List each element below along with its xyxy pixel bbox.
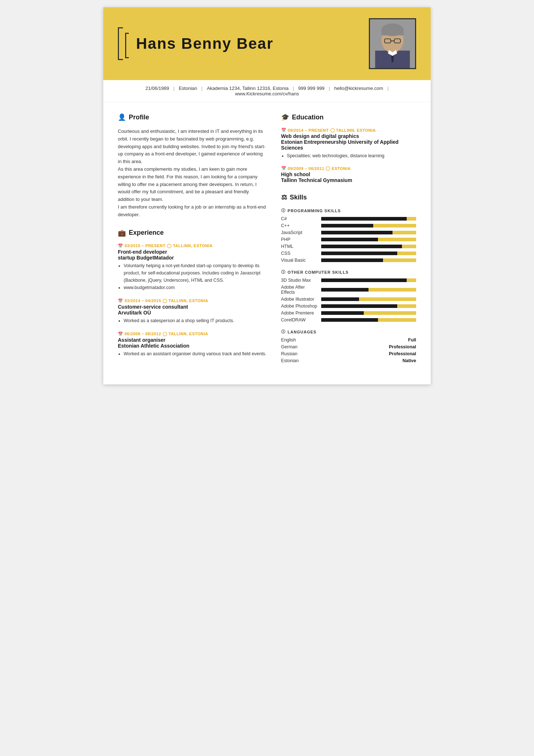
exp-meta-2: 📅 03/2014 – 04/2015 ◯ TALLINN, ESTONIA xyxy=(118,298,267,303)
contact-address: Akademia 1234, Tallinn 12316, Estonia xyxy=(207,86,289,91)
exp-meta-1: 📅 03/2015 – PRESENT ◯ TALLINN, ESTONIA xyxy=(118,244,267,248)
right-column: 🎓 Education 📅 09/2014 – PRESENT ◯ TALLIN… xyxy=(281,113,416,373)
languages-skills: ⓘ Languages English Full German Professi… xyxy=(281,329,416,363)
skill-bar-fill xyxy=(321,278,407,282)
exp-item-2: 📅 03/2014 – 04/2015 ◯ TALLINN, ESTONIA C… xyxy=(118,298,267,324)
exp-meta-3: 📅 06/2008 – 08/2012 ◯ TALLINN, ESTONIA xyxy=(118,332,267,336)
profile-text: Courteous and enthusiastic, I am interes… xyxy=(118,128,267,219)
lang-level: Professional xyxy=(389,344,416,349)
skill-name: Adobe After Effects xyxy=(281,285,318,295)
sep4: | xyxy=(329,86,330,91)
education-section: 🎓 Education 📅 09/2014 – PRESENT ◯ TALLIN… xyxy=(281,113,416,183)
header-section: Hans Benny Bear xyxy=(103,7,431,80)
skill-row: CorelDRAW xyxy=(281,317,416,322)
skill-bar-fill xyxy=(321,311,364,315)
edu-item-2: 📅 09/2009 – 06/2011 ◯ ESTONIA High schoo… xyxy=(281,166,416,183)
skill-name: HTML xyxy=(281,244,318,249)
skill-bar-bg xyxy=(321,258,416,262)
skill-bar-bg xyxy=(321,238,416,241)
left-column: 👤 Profile Courteous and enthusiastic, I … xyxy=(118,113,267,373)
edu-cal-icon-1: 📅 xyxy=(281,128,287,132)
edu-bullet-1-0: Specialities: web technologies, distance… xyxy=(287,152,416,159)
language-rows: English Full German Professional Russian… xyxy=(281,337,416,363)
skill-bar-fill xyxy=(321,304,397,308)
edu-meta-1: 📅 09/2014 – PRESENT ◯ TALLINN, ESTONIA xyxy=(281,128,416,132)
contact-email: hello@kickresume.com xyxy=(334,86,383,91)
programming-subtitle: ⓘ Programming Skills xyxy=(281,208,416,213)
cal-icon-3: 📅 xyxy=(118,332,123,336)
edu-school-1: Estonian Entrepreneurship University of … xyxy=(281,139,416,151)
profile-icon: 👤 xyxy=(118,113,126,121)
svg-point-10 xyxy=(386,40,389,43)
main-content: 👤 Profile Courteous and enthusiastic, I … xyxy=(103,102,431,384)
lang-row: Russian Professional xyxy=(281,351,416,356)
edu-date-2: 09/2009 – 06/2011 xyxy=(288,166,324,171)
skill-bar-bg xyxy=(321,304,416,308)
exp-company-2: Arvutitark OÜ xyxy=(118,310,267,316)
education-title: 🎓 Education xyxy=(281,113,416,123)
skill-name: 3D Studio Max xyxy=(281,278,318,283)
skills-icon: ⚖ xyxy=(281,193,287,201)
other-computer-skills: ⓘ Other Computer Skills 3D Studio Max Ad… xyxy=(281,269,416,322)
skill-row: CSS xyxy=(281,251,416,256)
bracket-outer xyxy=(118,27,123,60)
experience-title: 💼 Experience xyxy=(118,229,267,238)
contact-website: www.Kickresume.com/cv/hans xyxy=(235,91,299,96)
skill-bar-fill xyxy=(321,238,378,241)
logo-brackets xyxy=(118,25,129,62)
skill-bar-bg xyxy=(321,278,416,282)
experience-icon: 💼 xyxy=(118,229,126,237)
skill-bar-fill xyxy=(321,217,407,221)
experience-section: 💼 Experience 📅 03/2015 – PRESENT ◯ TALLI… xyxy=(118,229,267,357)
exp-bullet-2-0: Worked as a salesperson at a shop sellin… xyxy=(124,317,267,324)
skill-name: PHP xyxy=(281,237,318,242)
skill-row: C++ xyxy=(281,223,416,228)
edu-bullets-1: Specialities: web technologies, distance… xyxy=(281,152,416,159)
profile-body: Courteous and enthusiastic, I am interes… xyxy=(118,128,267,219)
cal-icon-1: 📅 xyxy=(118,244,123,248)
exp-company-3: Estonian Athletic Association xyxy=(118,343,267,349)
edu-school-2: Tallinn Technical Gymnasium xyxy=(281,177,416,183)
lang-name: Russian xyxy=(281,351,298,356)
exp-item-1: 📅 03/2015 – PRESENT ◯ TALLINN, ESTONIA F… xyxy=(118,244,267,291)
exp-date-2: 03/2014 – 04/2015 xyxy=(125,298,161,303)
lang-row: English Full xyxy=(281,337,416,343)
skill-name: JavaScript xyxy=(281,230,318,235)
skill-name: C# xyxy=(281,216,318,221)
edu-degree-1: Web design and digital graphics xyxy=(281,133,416,139)
skill-bar-bg xyxy=(321,245,416,248)
skill-row: Adobe After Effects xyxy=(281,285,416,295)
exp-title-1: Front-end developer xyxy=(118,249,267,255)
skill-name: Adobe Premiere xyxy=(281,310,318,316)
sep2: | xyxy=(202,86,203,91)
header-left: Hans Benny Bear xyxy=(118,25,274,62)
exp-item-3: 📅 06/2008 – 08/2012 ◯ TALLINN, ESTONIA A… xyxy=(118,332,267,357)
svg-point-11 xyxy=(396,40,399,43)
lang-row: German Professional xyxy=(281,344,416,349)
skills-section: ⚖ Skills ⓘ Programming Skills C# C++ Jav… xyxy=(281,193,416,363)
svg-rect-6 xyxy=(381,29,403,35)
skill-row: HTML xyxy=(281,244,416,249)
info-icon-other: ⓘ xyxy=(281,269,286,275)
skill-name: CorelDRAW xyxy=(281,317,318,322)
skill-bar-fill xyxy=(321,288,369,292)
edu-date-1: 09/2014 – PRESENT xyxy=(288,128,328,132)
full-name: Hans Benny Bear xyxy=(136,35,274,52)
edu-meta-2: 📅 09/2009 – 06/2011 ◯ ESTONIA xyxy=(281,166,416,171)
skill-bar-fill xyxy=(321,252,397,255)
resume-document: Hans Benny Bear xyxy=(103,7,431,384)
lang-name: Estonian xyxy=(281,358,299,363)
other-computer-subtitle: ⓘ Other Computer Skills xyxy=(281,269,416,275)
programming-skill-rows: C# C++ JavaScript PHP HTML CSS Visual Ba… xyxy=(281,216,416,263)
bracket-inner xyxy=(125,33,129,58)
skill-bar-fill xyxy=(321,224,374,227)
skill-bar-bg xyxy=(321,252,416,255)
sep3: | xyxy=(293,86,294,91)
skill-bar-bg xyxy=(321,288,416,292)
contact-dob: 21/06/1989 xyxy=(146,86,169,91)
info-icon-prog: ⓘ xyxy=(281,208,286,213)
skill-bar-fill xyxy=(321,245,402,248)
skill-name: C++ xyxy=(281,223,318,228)
other-skill-rows: 3D Studio Max Adobe After Effects Adobe … xyxy=(281,278,416,322)
contact-bar: 21/06/1989 | Estonian | Akademia 1234, T… xyxy=(103,80,431,102)
